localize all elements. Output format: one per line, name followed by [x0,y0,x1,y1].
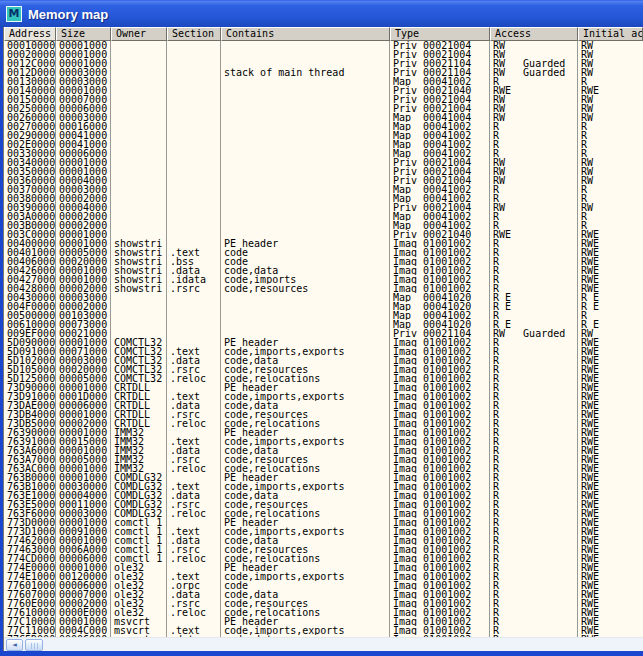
scrollbar-thumb[interactable] [25,639,43,651]
cell-initial_access: RWE [578,356,643,365]
table-row[interactable]: 0033000000006000Map 00041002RR [4,149,643,158]
cell-owner [111,185,167,194]
cell-type: Imag 01001002 [390,590,490,599]
table-row[interactable]: 0012D00000003000stack of main threadPriv… [4,68,643,77]
table-row[interactable]: 774630000006A000comctl_1.rsrccode,resour… [4,545,643,554]
table-row[interactable]: 5D09100000071000COMCTL32.textcode,import… [4,347,643,356]
table-row[interactable]: 73D910000001D000CRTDLL.textcode,imports,… [4,392,643,401]
table-row[interactable]: 0015000000007000Priv 00021004RWRW [4,95,643,104]
cell-size: 00001000 [56,383,111,392]
table-row[interactable]: 009EF00000021000Priv 00021104RW GuardedR… [4,329,643,338]
table-row[interactable]: 0027000000016000Map 00041002RR [4,122,643,131]
table-row[interactable]: 0042800000002000showstri.rsrccode,resour… [4,284,643,293]
cell-contains: stack of main thread [221,68,390,77]
scroll-left-button[interactable]: ◄ [6,639,23,651]
table-row[interactable]: 0036000000004000Priv 00021004RWRW [4,176,643,185]
table-row[interactable]: 7639100000015000IMM32.textcode,imports,e… [4,437,643,446]
table-row[interactable]: 763A700000005000IMM32.rsrccode,resources… [4,455,643,464]
cell-owner: CRTDLL [111,383,167,392]
table-row[interactable]: 774E000000001000ole32PE headerImag 01001… [4,563,643,572]
table-row[interactable]: 776100000000E000ole32.reloccode,relocati… [4,608,643,617]
table-row[interactable]: 0002000000001000Priv 00021004RWRW [4,50,643,59]
table-row[interactable]: 0040600000020000showstri.bsscodeImag 010… [4,257,643,266]
table-row[interactable]: 0050000000103000Map 00041002RR [4,311,643,320]
table-row[interactable]: 7746200000001000comctl_1.datacode,dataIm… [4,536,643,545]
cell-access: R [490,77,578,86]
table-row[interactable]: 5D12500000005000COMCTL32.reloccode,reloc… [4,374,643,383]
table-row[interactable]: 0035000000001000Priv 00021004RWRW [4,167,643,176]
table-row[interactable]: 7639000000001000IMM32PE headerImag 01001… [4,428,643,437]
table-row[interactable]: 763F600000003000COMDLG32.reloccode,reloc… [4,509,643,518]
table-row[interactable]: 0001000000001000Priv 00021004RWRW [4,41,643,50]
cell-size: 00006000 [56,401,111,410]
table-row[interactable]: 763B000000001000COMDLG32PE headerImag 01… [4,473,643,482]
table-row[interactable]: 0013000000003000Map 00041002RR [4,77,643,86]
table-row[interactable]: 0034000000001000Priv 00021004RWRW [4,158,643,167]
table-row[interactable]: 003C000000001000Priv 00021040RWERWE [4,230,643,239]
column-header-access[interactable]: Access [490,27,578,41]
table-row[interactable]: 003B000000002000Map 00041002RR [4,221,643,230]
table-row[interactable]: 0014000000001000Priv 00021040RWERWE [4,86,643,95]
title-bar[interactable]: M Memory map [0,0,643,27]
column-header-type[interactable]: Type [390,27,490,41]
table-row[interactable]: 0042700000001000showstri.idatacode,impor… [4,275,643,284]
table-row[interactable]: 0040100000005000showstri.textcodeImag 01… [4,248,643,257]
table-row[interactable]: 73D9000000001000CRTDLLPE headerImag 0100… [4,383,643,392]
table-row[interactable]: 73DB500000002000CRTDLL.reloccode,relocat… [4,419,643,428]
table-row[interactable]: 763E500000011000COMDLG32.rsrccode,resour… [4,500,643,509]
cell-owner: COMCTL32 [111,347,167,356]
table-row[interactable]: 763E100000004000COMDLG32.datacode,dataIm… [4,491,643,500]
table-row[interactable]: 0025000000006000Priv 00021004RWRW [4,104,643,113]
horizontal-scrollbar[interactable]: ◄ [4,637,643,651]
table-row[interactable]: 774CD00000006000comctl_1.reloccode,reloc… [4,554,643,563]
table-row[interactable]: 7760700000007000ole32.datacode,dataImag … [4,590,643,599]
table-row[interactable]: 763AC00000001000IMM32.reloccode,relocati… [4,464,643,473]
cell-size: 00015000 [56,437,111,446]
table-row[interactable]: 773D100000091000comctl_1.textcode,import… [4,527,643,536]
table-row[interactable]: 5D10500000020000COMCTL32.rsrccode,resour… [4,365,643,374]
cell-access: R [490,491,578,500]
table-row[interactable]: 7760E00000002000ole32.rsrccode,resources… [4,599,643,608]
table-row[interactable]: 763B100000030000COMDLG32.textcode,import… [4,482,643,491]
table-row[interactable]: 77C1000000001000msvcrtPE headerImag 0100… [4,617,643,626]
table-row[interactable]: 73DB400000001000CRTDLL.rsrccode,resource… [4,410,643,419]
table-row[interactable]: 0037000000003000Map 00041002RR [4,185,643,194]
cell-type: Priv 00021004 [390,167,490,176]
table-row[interactable]: 0038000000002000Map 00041002RR [4,194,643,203]
table-row[interactable]: 763A600000001000IMM32.datacode,dataImag … [4,446,643,455]
cell-initial_access: RWE [578,239,643,248]
column-header-section[interactable]: Section [167,27,221,41]
table-row[interactable]: 0061000000073000Map 00041020R ER E [4,320,643,329]
table-row[interactable]: 003A000000002000Map 00041002RR [4,212,643,221]
table-row[interactable]: 7760100000006000ole32.orpccodeImag 01001… [4,581,643,590]
table-row[interactable]: 002E000000041000Map 00041002RR [4,140,643,149]
column-header-initial_access[interactable]: Initial acc [578,27,643,41]
cell-owner: showstri [111,275,167,284]
table-row[interactable]: 774E100000120000ole32.textcode,imports,e… [4,572,643,581]
cell-section [167,617,221,626]
table-row[interactable]: 5D09000000001000COMCTL32PE headerImag 01… [4,338,643,347]
column-header-size[interactable]: Size [56,27,111,41]
memory-map-window-icon[interactable]: M [6,6,22,22]
table-row[interactable]: 773D000000001000comctl_1PE headerImag 01… [4,518,643,527]
table-row[interactable]: 0039000000004000Priv 00021004RWRW [4,203,643,212]
scrollbar-track[interactable] [45,639,643,651]
cell-address: 763AC000 [4,464,56,473]
table-row[interactable]: 0026000000003000Map 00041004RWRW [4,113,643,122]
table-row[interactable]: 0042600000001000showstri.datacode,dataIm… [4,266,643,275]
table-row[interactable]: 5D10200000003000COMCTL32.datacode,dataIm… [4,356,643,365]
cell-contains: PE header [221,563,390,572]
table-row[interactable]: 73DAE00000006000CRTDLL.datacode,dataImag… [4,401,643,410]
table-row[interactable]: 0029000000041000Map 00041002RR [4,131,643,140]
table-row[interactable]: 004F000000002000Map 00041020R ER E [4,302,643,311]
column-header-owner[interactable]: Owner [111,27,167,41]
column-header-contains[interactable]: Contains [221,27,390,41]
cell-section [167,86,221,95]
table-row[interactable]: 0040000000001000showstriPE headerImag 01… [4,239,643,248]
cell-access: R [490,311,578,320]
cell-initial_access: RWE [578,482,643,491]
column-header-address[interactable]: Address [4,27,56,41]
table-row[interactable]: 0012C00000001000Priv 00021104RW GuardedR… [4,59,643,68]
table-row[interactable]: 77C110000004C000msvcrt.textcode,imports,… [4,626,643,635]
table-row[interactable]: 0043000000003000Map 00041020R ER E [4,293,643,302]
